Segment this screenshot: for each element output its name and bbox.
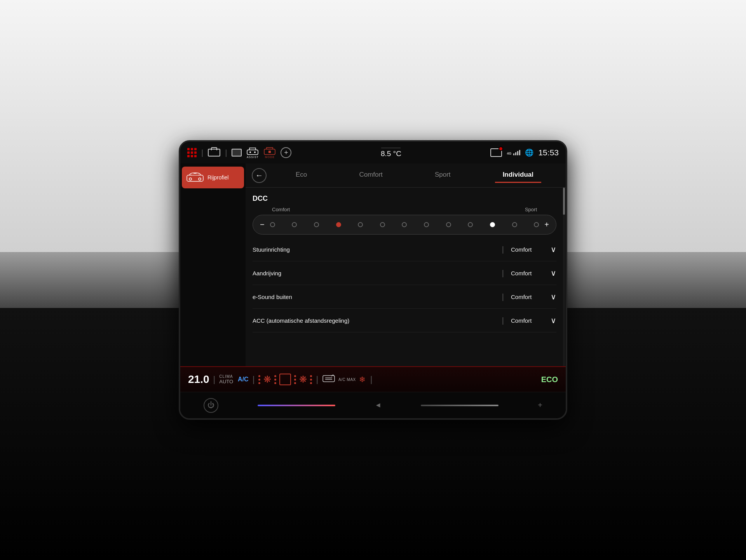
assist-icon <box>246 147 259 155</box>
svg-point-6 <box>189 178 192 180</box>
assist-button[interactable]: ASSIST <box>246 147 259 158</box>
content-area: ← Eco Comfort Sport <box>246 163 566 366</box>
ac-wind-icon[interactable]: ❄ <box>359 375 366 384</box>
setting-name-aandrijving: Aandrijving <box>253 270 495 277</box>
svg-rect-4 <box>268 151 271 153</box>
assist-label: ASSIST <box>247 156 259 158</box>
setting-value-acc: Comfort <box>511 317 546 324</box>
climate-sep-1: | <box>213 374 216 384</box>
svg-point-7 <box>199 178 201 180</box>
setting-value-esound: Comfort <box>511 294 546 300</box>
dot-4 <box>358 222 363 227</box>
setting-chevron-stuurinrichting: ∨ <box>551 245 556 254</box>
dot-1 <box>292 222 297 227</box>
tab-individual[interactable]: Individual <box>495 168 541 183</box>
clock-display: 15:53 <box>538 148 559 157</box>
setting-divider-3: | <box>502 316 504 325</box>
tab-bar: ← Eco Comfort Sport <box>246 163 566 188</box>
control-dots-3 <box>310 375 312 384</box>
setting-row-stuurinrichting[interactable]: Stuurinrichting | Comfort ∨ <box>253 238 556 261</box>
setting-name-esound: e-Sound buiten <box>253 294 495 300</box>
power-button[interactable]: ⏻ <box>204 398 218 413</box>
setting-chevron-acc: ∨ <box>551 316 556 325</box>
dot-2 <box>314 222 319 227</box>
mode-icon <box>263 147 276 155</box>
plus-button[interactable]: + <box>538 401 542 410</box>
climate-sep-2: | <box>253 374 255 384</box>
status-sep-2: | <box>225 148 227 157</box>
fan-dots-left <box>258 375 260 384</box>
signal-strength: 4G <box>507 150 520 155</box>
add-button[interactable]: + <box>281 147 291 158</box>
eco-label: ECO <box>541 375 558 384</box>
dot-7 <box>424 222 429 227</box>
clima-label: CLIMA <box>219 375 233 379</box>
dcc-title: DCC <box>253 195 556 203</box>
dot-11 <box>512 222 517 227</box>
ac-label: A/C <box>238 376 249 383</box>
climate-sep-3: | <box>316 374 318 384</box>
content-body: DCC Comfort Sport − <box>246 188 566 366</box>
auto-label: AUTO <box>219 379 233 384</box>
dcc-section: DCC Comfort Sport − <box>253 195 556 235</box>
slider-minus[interactable]: − <box>260 220 265 229</box>
sidebar: MODE Rijprofiel <box>180 163 246 366</box>
globe-icon: 🌐 <box>525 148 533 157</box>
status-bar: | | <box>180 142 566 163</box>
temperature-display: 8.5 °C <box>381 148 401 158</box>
setting-divider-0: | <box>502 245 504 254</box>
dcc-comfort-label: Comfort <box>272 207 290 212</box>
dot-6 <box>402 222 407 227</box>
temp-slider-bar[interactable] <box>258 405 335 406</box>
physical-controls: ⏻ ◄ + <box>180 392 566 418</box>
screen-nav-icon[interactable] <box>232 149 242 157</box>
svg-rect-10 <box>323 376 335 382</box>
fan-icon-left[interactable]: ❋ <box>263 374 271 385</box>
svg-point-2 <box>254 151 256 153</box>
setting-row-acc[interactable]: ACC (automatische afstandsregeling) | Co… <box>253 309 556 332</box>
mode-label: MODE <box>265 156 275 158</box>
back-button[interactable]: ← <box>252 168 267 183</box>
dcc-slider[interactable]: − <box>253 215 556 235</box>
rear-defrost-icon[interactable] <box>322 374 335 385</box>
setting-value-aandrijving: Comfort <box>511 270 546 277</box>
sidebar-rijprofiel-label: Rijprofiel <box>207 174 228 181</box>
control-dots-1 <box>274 375 276 384</box>
sidebar-item-rijprofiel[interactable]: MODE Rijprofiel <box>182 167 244 188</box>
clima-info: CLIMA AUTO <box>219 375 233 384</box>
climate-temp: 21.0 <box>188 373 209 386</box>
dot-10-active-white <box>490 222 495 227</box>
setting-row-aandrijving[interactable]: Aandrijving | Comfort ∨ <box>253 261 556 285</box>
volume-slider-bar[interactable] <box>421 405 498 406</box>
setting-chevron-esound: ∨ <box>551 292 556 301</box>
car-display: | | <box>179 140 567 420</box>
dot-5 <box>380 222 385 227</box>
setting-value-stuurinrichting: Comfort <box>511 246 546 253</box>
dot-12 <box>534 222 539 227</box>
setting-chevron-aandrijving: ∨ <box>551 268 556 278</box>
recirculation-icon[interactable] <box>279 374 291 385</box>
climate-bar: 21.0 | CLIMA AUTO A/C | ❋ <box>180 366 566 392</box>
control-dots-2 <box>294 375 296 384</box>
setting-row-esound[interactable]: e-Sound buiten | Comfort ∨ <box>253 285 556 309</box>
setting-name-acc: ACC (automatische afstandsregeling) <box>253 317 495 324</box>
rijprofiel-icon: MODE <box>186 172 204 183</box>
tab-comfort[interactable]: Comfort <box>351 168 390 183</box>
fan-icon-right[interactable]: ❋ <box>299 374 307 385</box>
scrollbar-thumb[interactable] <box>563 188 565 215</box>
message-icon[interactable] <box>490 148 502 157</box>
svg-rect-0 <box>247 150 258 155</box>
tab-eco[interactable]: Eco <box>288 168 315 183</box>
svg-text:MODE: MODE <box>192 173 199 176</box>
dot-8 <box>446 222 451 227</box>
tab-sport[interactable]: Sport <box>427 168 458 183</box>
media-back-button[interactable]: ◄ <box>375 401 382 409</box>
dot-3-active-red <box>336 222 341 227</box>
mode-button[interactable]: MODE <box>263 147 276 158</box>
car-nav-icon[interactable] <box>208 149 220 157</box>
slider-plus[interactable]: + <box>544 220 549 229</box>
dot-0 <box>270 222 275 227</box>
grid-icon[interactable] <box>187 148 197 157</box>
temp-value: 8.5 °C <box>381 150 401 158</box>
status-sep-1: | <box>201 148 203 157</box>
